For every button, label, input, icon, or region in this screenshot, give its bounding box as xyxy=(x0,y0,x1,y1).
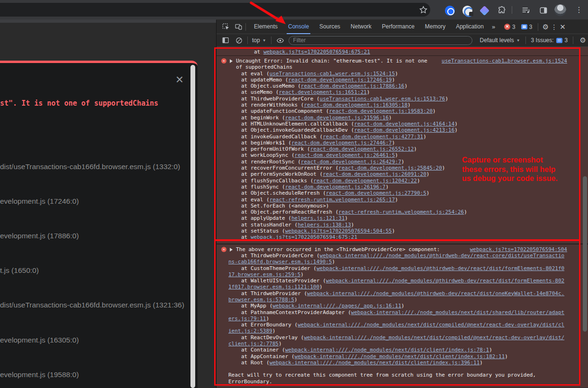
overlay-stack-frame: evelopment.js (19588:0) xyxy=(0,370,79,379)
source-link[interactable]: webpack.js?ts=1702205076594:675:21 xyxy=(263,49,370,55)
console-sidebar-icon[interactable] xyxy=(221,36,230,45)
source-link[interactable]: helpers.js:121:31 xyxy=(291,215,345,221)
source-link[interactable]: webpack-internal:///./node_modules/next/… xyxy=(228,309,564,322)
source-link[interactable]: react-dom.development.js:16305:18 xyxy=(304,102,407,108)
overlay-stack-frame: evelopment.js (16305:0) xyxy=(0,336,79,344)
source-link[interactable]: react-dom.development.js:27790:5 xyxy=(326,190,426,196)
tab-application[interactable]: Application xyxy=(451,20,489,34)
source-link[interactable]: react-dom.development.js:17886:16 xyxy=(301,83,405,89)
console-error-entry: ✕ The above error occurred in the <Third… xyxy=(217,244,588,388)
source-link[interactable]: react-dom.development.js:4164:14 xyxy=(354,121,454,127)
source-link[interactable]: react-dom.development.js:19583:20 xyxy=(329,108,433,114)
source-link[interactable]: webpack-internal:///./node_modules/@thir… xyxy=(228,290,564,303)
error-count: 3 xyxy=(512,24,516,30)
devtools-menu-kebab-icon[interactable]: ⋮ xyxy=(550,23,558,31)
toolbar-separator xyxy=(512,6,512,14)
stack-frame: at ThirdwebProvider (webpack-internal://… xyxy=(228,290,567,303)
tab-elements[interactable]: Elements xyxy=(249,20,283,34)
profile-avatar[interactable] xyxy=(554,4,566,16)
live-expression-eye-icon[interactable] xyxy=(276,36,285,45)
source-link[interactable]: webpack-internal:///./node_modules/next/… xyxy=(285,347,489,353)
error-source-link[interactable]: webpack.js?ts=1702205076594:504 xyxy=(470,246,567,253)
toolbar-separator xyxy=(271,36,271,44)
source-link[interactable]: react-dom.development.js:25845:20 xyxy=(338,165,442,171)
source-link[interactable]: react-dom.development.js:26429:7 xyxy=(301,159,401,165)
source-link[interactable]: webpack.js?ts=1702205076594:675:21 xyxy=(251,234,357,240)
console-row-partial: at webpack.js?ts=1702205076594:675:21 xyxy=(217,47,588,56)
source-link[interactable]: react-dom.development.js:17246:19 xyxy=(288,77,392,83)
expand-triangle-icon[interactable] xyxy=(230,248,233,252)
nextjs-error-overlay: × st". It is not one of supportedChains … xyxy=(0,61,198,388)
source-link[interactable]: react-dom.development.js:26461:5 xyxy=(295,152,395,158)
source-link[interactable]: webpack-internal:///./node_modules/@thir… xyxy=(228,253,564,265)
tab-console[interactable]: Console xyxy=(283,20,314,34)
stack-frame: at CustomThemeProvider (webpack-internal… xyxy=(228,265,567,278)
media-controls-icon[interactable] xyxy=(520,5,532,16)
source-link[interactable]: webpack-internal:///./node_modules/next/… xyxy=(295,353,505,360)
devtools-settings-gear-icon[interactable]: ⚙ xyxy=(541,23,550,31)
source-link[interactable]: helpers.js:138:13 xyxy=(298,222,351,228)
overlay-scrollbar[interactable] xyxy=(190,65,195,388)
source-link[interactable]: webpack-internal:///./node_modules/next/… xyxy=(228,322,564,334)
expand-triangle-icon[interactable] xyxy=(230,59,233,63)
log-levels-selector[interactable]: Default levels ▼ xyxy=(480,37,520,44)
console-settings-gear-icon[interactable]: ⚙ xyxy=(579,36,587,45)
source-link[interactable]: react-dom.development.js:4213:16 xyxy=(354,127,454,133)
console-scrollbar-thumb[interactable] xyxy=(583,176,587,332)
stack-frame: at Root (webpack-internal:///./node_modu… xyxy=(228,360,567,366)
extensions-puzzle-icon[interactable] xyxy=(496,5,507,16)
stack-frame: at renderRootSync (react-dom.development… xyxy=(228,159,567,165)
devtools-close-icon[interactable]: ✕ xyxy=(558,23,567,31)
error-source-link[interactable]: useTransactions-cab1…browser.esm.js:1524 xyxy=(442,58,567,64)
browser-menu-kebab-icon[interactable]: ⋮ xyxy=(575,5,582,15)
error-message: The above error occurred in the <Thirdwe… xyxy=(236,246,463,253)
tab-memory[interactable]: Memory xyxy=(420,20,451,34)
error-footer-text: React will try to recreate this componen… xyxy=(217,372,567,385)
overlay-close-icon[interactable]: × xyxy=(174,74,185,86)
clear-console-icon[interactable] xyxy=(235,36,243,45)
stack-frame: at updateMemo (react-dom.development.js:… xyxy=(228,77,567,83)
source-link[interactable]: webpack-internal:///./node_modules/next/… xyxy=(228,334,564,347)
source-link[interactable]: useTransactions-cab1…wser.esm.js:1513:76 xyxy=(320,96,445,102)
side-panel-icon[interactable] xyxy=(538,5,549,16)
source-link[interactable]: react-dom.development.js:27446:7 xyxy=(291,140,392,146)
source-link[interactable]: webpack-internal:///./node_modules/@thir… xyxy=(228,278,564,290)
stack-frame: at invokeGuardedCallback (react-dom.deve… xyxy=(228,134,567,140)
diamond-extension-icon[interactable] xyxy=(479,5,490,16)
address-bar[interactable] xyxy=(0,3,430,17)
source-link[interactable]: react-dom.development.js:26091:20 xyxy=(323,171,426,177)
bookmark-star-icon[interactable] xyxy=(419,5,428,14)
inspect-element-icon[interactable] xyxy=(221,23,230,31)
console-filter-input[interactable] xyxy=(289,36,472,45)
message-bubble-icon xyxy=(521,24,527,29)
stack-frame: at eval (useTransactions-cab1…wser.esm.j… xyxy=(228,71,567,77)
issues-counter[interactable]: 3 Issues: 3 xyxy=(531,37,568,44)
source-link[interactable]: react-refresh-runtim…velopment.js:265:17 xyxy=(270,197,395,203)
wallet-extension-icon[interactable] xyxy=(444,5,455,16)
source-link[interactable]: react-dom.development.js:21596:16 xyxy=(285,115,389,121)
source-link[interactable]: webpack-internal:///./node_modules/next/… xyxy=(270,360,480,366)
source-link[interactable]: react-dom.development.js:26196:7 xyxy=(285,184,386,190)
device-toolbar-icon[interactable] xyxy=(234,23,243,31)
toolbar-separator xyxy=(247,36,248,44)
more-tabs-icon[interactable]: » xyxy=(489,23,498,30)
source-link[interactable]: webpack-internal:///./node_modules/@thir… xyxy=(228,265,564,278)
source-link[interactable]: react-refresh-runtim…velopment.js:254:26 xyxy=(338,209,464,215)
source-link[interactable]: react-dom.development.js:4277:31 xyxy=(323,134,423,140)
source-link[interactable]: webpack.js?ts=1702205076594:504:55 xyxy=(285,228,392,234)
source-link[interactable]: react-dom.development.js:12042:22 xyxy=(313,178,417,184)
context-selector[interactable]: top ▼ xyxy=(252,37,266,44)
source-link[interactable]: useTransactions-cab1…wser.esm.js:1524:15 xyxy=(270,71,395,77)
source-link[interactable]: react.development.js:1651:21 xyxy=(279,89,366,95)
chevron-down-icon: ▼ xyxy=(516,38,520,43)
source-link[interactable]: react-dom.development.js:26552:12 xyxy=(310,146,414,152)
source-link[interactable]: webpack-internal:///./pages/_app.js:16:1… xyxy=(272,303,401,309)
stack-frame: at ErrorBoundary (webpack-internal:///./… xyxy=(228,322,567,334)
console-message-badge[interactable]: 3 xyxy=(521,24,533,30)
tab-network[interactable]: Network xyxy=(345,20,377,34)
tab-sources[interactable]: Sources xyxy=(314,20,345,34)
clock-extension-icon[interactable] xyxy=(461,5,473,16)
screenshot-root: ⋮ × st". It is not one of supportedChain… xyxy=(0,0,588,388)
tab-performance[interactable]: Performance xyxy=(377,20,420,34)
console-error-badge[interactable]: ✕ 3 xyxy=(504,24,516,30)
